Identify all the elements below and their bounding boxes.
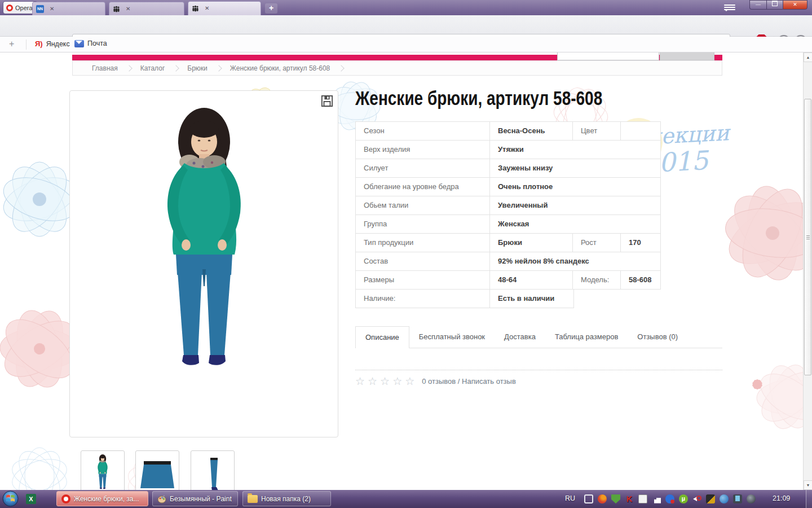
tab-free-call[interactable]: Бесплатный звонок xyxy=(409,326,495,348)
spec-value: Брюки xyxy=(489,234,572,252)
tray-clipboard-icon[interactable] xyxy=(638,494,647,503)
opera-task-icon xyxy=(61,494,70,503)
tray-ccleaner-icon[interactable] xyxy=(598,494,607,503)
scrollbar-thumb[interactable] xyxy=(804,99,811,375)
spec-label: Рост xyxy=(572,234,620,252)
breadcrumb-item-catalog[interactable]: Каталог xyxy=(140,64,165,72)
maximize-button[interactable] xyxy=(766,0,783,10)
tab-bryuki-active[interactable]: Женские брюки, заужень ✕ xyxy=(188,1,261,15)
task-label: Женские брюки, за... xyxy=(74,495,139,503)
breadcrumb-item-bryuki[interactable]: Брюки xyxy=(187,64,208,72)
breadcrumb-item-home[interactable]: Главная xyxy=(92,64,118,72)
paint-icon xyxy=(157,494,166,503)
tab-size-chart[interactable]: Таблица размеров xyxy=(545,326,628,348)
save-image-icon[interactable] xyxy=(321,95,333,107)
tray-adguard-icon[interactable] xyxy=(611,494,620,503)
spec-label: Группа xyxy=(356,215,489,233)
spec-row: Силует Заужены книзу xyxy=(355,159,661,178)
page-scrollbar[interactable]: ▲ ▼ xyxy=(803,52,812,490)
spec-row: Тип продукции Брюки Рост 170 xyxy=(355,233,661,252)
chevron-right-icon xyxy=(173,65,179,71)
people-favicon-icon xyxy=(113,6,120,12)
scroll-down-button[interactable]: ▼ xyxy=(804,480,812,490)
task-paint-window[interactable]: Безымянный - Paint xyxy=(152,491,238,506)
site-search-input[interactable] xyxy=(557,52,659,60)
close-button[interactable]: ✕ xyxy=(783,0,807,10)
browser-titlebar: Opera NN Фотографии новинки ✕ Женские бр… xyxy=(0,0,812,15)
spec-value: 58-608 xyxy=(620,271,660,289)
tab-bryuki-optom[interactable]: Женские брюки оптом ку ✕ xyxy=(109,2,184,15)
spec-value: Утяжки xyxy=(489,141,660,159)
bookmark-mail[interactable]: Почта xyxy=(74,40,107,47)
tab-close-icon[interactable]: ✕ xyxy=(205,6,257,11)
star-icon[interactable]: ☆ xyxy=(380,375,390,388)
star-icon[interactable]: ☆ xyxy=(355,375,365,388)
tray-utorrent-icon[interactable]: µ xyxy=(679,494,688,503)
spec-label: Наличие: xyxy=(356,290,489,308)
tab-delivery[interactable]: Доставка xyxy=(495,326,545,348)
chevron-right-icon xyxy=(126,65,132,71)
excel-taskbar-icon[interactable]: X xyxy=(26,494,36,504)
tray-kaspersky-icon[interactable]: K xyxy=(625,494,634,503)
product-tabs: Описание Бесплатный звонок Доставка Табл… xyxy=(355,326,687,348)
yandex-icon: Я) xyxy=(35,40,43,48)
spec-label: Состав xyxy=(356,252,489,270)
scroll-up-button[interactable]: ▲ xyxy=(804,52,812,62)
spec-label: Верх изделия xyxy=(356,141,489,159)
tray-app-icon[interactable] xyxy=(706,494,715,503)
bookmark-label: Яндекс xyxy=(46,40,70,48)
start-button[interactable] xyxy=(2,491,19,507)
spec-table: Сезон Весна-Осень Цвет Верх изделия Утяж… xyxy=(355,122,661,308)
thumbnail-side-view[interactable] xyxy=(191,450,235,490)
opera-menu-label: Opera xyxy=(15,5,33,11)
tray-phone-icon[interactable] xyxy=(733,494,742,503)
task-folder-window[interactable]: Новая папка (2) xyxy=(242,491,331,506)
tray-hidden-icons-button[interactable] xyxy=(584,494,593,503)
screen: Opera NN Фотографии новинки ✕ Женские бр… xyxy=(0,0,812,508)
spec-row: Состав 92% нейлон 8% спандекс xyxy=(355,252,661,271)
spec-value: 92% нейлон 8% спандекс xyxy=(489,252,660,270)
tray-webcam-icon[interactable] xyxy=(747,494,756,503)
star-icon[interactable]: ☆ xyxy=(405,375,414,388)
spec-label: Модель: xyxy=(572,271,620,289)
star-icon[interactable]: ☆ xyxy=(368,375,377,388)
tab-reviews[interactable]: Отзывов (0) xyxy=(628,326,687,348)
tab-description[interactable]: Описание xyxy=(355,326,409,348)
minimize-button[interactable]: — xyxy=(749,0,766,10)
tray-update-icon[interactable] xyxy=(720,494,729,503)
taskbar-clock[interactable]: 21:09 xyxy=(773,494,790,502)
spec-value: 170 xyxy=(620,234,660,252)
bookmark-label: Почта xyxy=(87,40,107,47)
tab-close-icon[interactable]: ✕ xyxy=(50,6,102,12)
site-search-button[interactable] xyxy=(660,52,714,60)
add-bookmark-icon[interactable]: + xyxy=(9,39,14,49)
spec-label: Обьем талии xyxy=(356,196,489,214)
tab-close-icon[interactable]: ✕ xyxy=(126,6,180,12)
thumbnail-waist-closeup[interactable] xyxy=(135,450,179,490)
tray-browser-alert-icon[interactable] xyxy=(665,494,674,503)
spec-value: Женская xyxy=(489,215,660,233)
spec-row: Наличие: Есть в наличии xyxy=(355,289,574,308)
bookmark-yandex[interactable]: Я) Яндекс xyxy=(35,40,70,48)
spec-label: Размеры xyxy=(356,271,489,289)
bookmarks-bar: + Я) Яндекс Почта xyxy=(0,37,812,52)
chevron-right-icon xyxy=(215,65,222,71)
language-indicator[interactable]: RU xyxy=(565,494,575,502)
mail-envelope-icon xyxy=(74,40,84,47)
new-tab-button[interactable]: + xyxy=(265,3,277,14)
tray-volume-muted-icon[interactable] xyxy=(692,494,701,503)
reviews-write-link[interactable]: 0 отзывов / Написать отзыв xyxy=(422,377,516,386)
tray-network-icon[interactable] xyxy=(652,494,661,503)
maximize-icon xyxy=(772,1,778,6)
tab-photos[interactable]: NN Фотографии новинки ✕ xyxy=(32,2,105,15)
task-opera-window[interactable]: Женские брюки, за... xyxy=(56,491,148,506)
star-icon[interactable]: ☆ xyxy=(392,375,402,388)
watermark-text: 015 xyxy=(658,145,709,178)
spec-value: Увеличенный xyxy=(489,196,660,214)
small-flower-decoration xyxy=(747,374,767,395)
tab-menu-icon[interactable] xyxy=(724,5,735,12)
thumbnail-front-view[interactable] xyxy=(81,450,125,490)
product-image-box[interactable] xyxy=(69,90,338,437)
show-desktop-button[interactable] xyxy=(806,490,812,508)
spec-label: Тип продукции xyxy=(356,234,489,252)
